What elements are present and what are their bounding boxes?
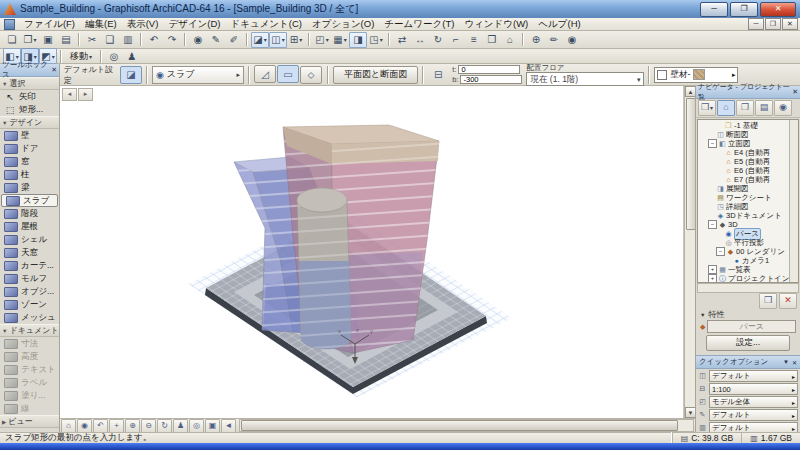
menu-item-d[interactable]: デザイン(D) bbox=[163, 18, 225, 29]
zoom-in-button[interactable]: ⊕ bbox=[125, 419, 140, 433]
menu-item-t[interactable]: チームワーク(T) bbox=[379, 18, 459, 29]
mdi-restore-button[interactable]: ❐ bbox=[765, 18, 781, 30]
pen-set-select[interactable]: デフォルト▸ bbox=[709, 409, 798, 421]
save-button[interactable]: ▣ bbox=[39, 32, 57, 48]
properties-header[interactable]: ▼ 特性 bbox=[696, 309, 800, 320]
print-button[interactable]: ▤ bbox=[57, 32, 75, 48]
toolbox-item-zone[interactable]: ゾーン bbox=[0, 298, 59, 311]
explore-button[interactable]: ♟ bbox=[173, 419, 188, 433]
menu-item-o[interactable]: オプション(O) bbox=[307, 18, 379, 29]
zoom-selection-button[interactable]: ◉ bbox=[77, 419, 92, 433]
3d-cutaway-button[interactable]: ⊕ bbox=[527, 32, 545, 48]
look-to-button[interactable]: ◎ bbox=[189, 419, 204, 433]
rendering-button[interactable]: ✏ bbox=[545, 32, 563, 48]
scroll-left-button[interactable]: ◄ bbox=[221, 419, 236, 433]
move-combo-button[interactable]: 移動▾ bbox=[65, 48, 97, 64]
toolbox-item-window[interactable]: 窓 bbox=[0, 155, 59, 168]
toolbox-item-level-dimension[interactable]: 高度 bbox=[0, 350, 59, 363]
split-button[interactable]: ≡ bbox=[465, 32, 483, 48]
rotate-button[interactable]: ↻ bbox=[429, 32, 447, 48]
horizontal-scroll-thumb[interactable] bbox=[241, 420, 678, 431]
redo-button[interactable]: ↷ bbox=[163, 32, 181, 48]
tree-horizontal-scrollbar[interactable] bbox=[697, 283, 799, 293]
tree-expander-icon[interactable]: + bbox=[708, 265, 717, 274]
menu-item-c[interactable]: ドキュメント(C) bbox=[225, 18, 307, 29]
delete-view-button[interactable]: ✕ bbox=[779, 293, 797, 309]
toolbox-item-slab[interactable]: スラブ bbox=[1, 194, 58, 207]
vertical-scrollbar[interactable]: ▲ ▼ bbox=[684, 86, 695, 418]
project-map-button[interactable]: ⌂ bbox=[717, 100, 735, 116]
toolbox-item-curtain-wall[interactable]: カーテ... bbox=[0, 259, 59, 272]
toolbox-item-roof[interactable]: 屋根 bbox=[0, 220, 59, 233]
layout-book-button[interactable]: ▤ bbox=[755, 100, 773, 116]
tree-item-[interactable]: +ⓘプロジェクトイン bbox=[698, 274, 798, 283]
tree-expander-icon[interactable]: − bbox=[716, 247, 725, 256]
toolbox-item-text[interactable]: テキスト bbox=[0, 363, 59, 376]
toolbox-close-icon[interactable]: ✕ bbox=[51, 66, 57, 74]
orbit-view-button[interactable]: ↻ bbox=[157, 419, 172, 433]
toolbox-item-skylight[interactable]: 天窓 bbox=[0, 246, 59, 259]
tree-scrollbar[interactable] bbox=[789, 120, 798, 282]
scale-select[interactable]: 1:100▸ bbox=[709, 383, 798, 395]
toolbox-item-shell[interactable]: シェル bbox=[0, 233, 59, 246]
explore-model-button[interactable]: ◎ bbox=[105, 48, 123, 64]
tree-expander-icon[interactable]: + bbox=[708, 274, 717, 283]
toolbox-section-view[interactable]: ▶ビュー bbox=[0, 415, 59, 428]
gravity-button[interactable]: ⊞▾ bbox=[287, 32, 305, 48]
toolbox-item-object[interactable]: オブジ... bbox=[0, 285, 59, 298]
guide-lines-button[interactable]: ◰▾ bbox=[313, 32, 331, 48]
open-in-new-window-button[interactable]: ❒ bbox=[759, 293, 777, 309]
pick-up-parameters-button[interactable]: ✎ bbox=[207, 32, 225, 48]
orbit-button[interactable]: ◉ bbox=[563, 32, 581, 48]
drag-button[interactable]: ↔ bbox=[411, 32, 429, 48]
layer-combination-select[interactable]: デフォルト▸ bbox=[709, 370, 798, 382]
fit-in-window-button[interactable]: ⌂ bbox=[61, 419, 76, 433]
toolbox-section-design[interactable]: ▼デザイン bbox=[0, 116, 59, 129]
trim-button[interactable]: ⌐ bbox=[447, 32, 465, 48]
surface-material-combo[interactable]: 壁材- ▸ bbox=[654, 67, 738, 83]
home-story-combo[interactable]: 現在 (1. 1階) ▾ bbox=[526, 72, 644, 86]
toolbox-item-mesh[interactable]: メッシュ bbox=[0, 311, 59, 324]
close-button[interactable]: ✕ bbox=[760, 2, 796, 17]
menu-item-v[interactable]: 表示(V) bbox=[122, 18, 164, 29]
toolbox-item-fill[interactable]: 塗り... bbox=[0, 389, 59, 402]
toolbox-item-column[interactable]: 柱 bbox=[0, 168, 59, 181]
horizontal-scrollbar[interactable] bbox=[239, 419, 694, 432]
plan-and-section-button[interactable]: 平面図と断面図 bbox=[333, 66, 418, 84]
magic-wand-button[interactable]: ◫▾ bbox=[269, 32, 287, 48]
nav-forward-button[interactable]: ▸ bbox=[78, 88, 93, 101]
find-select-button[interactable]: ◉ bbox=[189, 32, 207, 48]
toolbox-section-document[interactable]: ▼ドキュメント bbox=[0, 324, 59, 337]
top-offset-field[interactable] bbox=[458, 65, 520, 74]
view-map-button[interactable]: ❐ bbox=[736, 100, 754, 116]
toolbox-item-arrow[interactable]: ↖矢印 bbox=[0, 90, 59, 103]
view-settings-button[interactable]: ▣ bbox=[205, 419, 220, 433]
geometry-rectangle-button[interactable]: ▭ bbox=[277, 65, 299, 83]
bottom-offset-field[interactable] bbox=[460, 75, 522, 84]
trace-reference-button[interactable]: ◳▾ bbox=[367, 32, 385, 48]
mdi-minimize-button[interactable]: ─ bbox=[748, 18, 764, 30]
toolbox-item-label[interactable]: ラベル bbox=[0, 376, 59, 389]
menu-item-h[interactable]: ヘルプ(H) bbox=[533, 18, 585, 29]
mirror-button[interactable]: ⇄ bbox=[393, 32, 411, 48]
windows-taskbar-edge[interactable] bbox=[0, 443, 800, 450]
fit-to-roof-button[interactable]: ⌂ bbox=[501, 32, 519, 48]
toolbox-item-morph[interactable]: モルフ bbox=[0, 272, 59, 285]
nav-back-button[interactable]: ◂ bbox=[62, 88, 77, 101]
toolbox-item-wall[interactable]: 壁 bbox=[0, 129, 59, 142]
suspend-groups-button[interactable]: ◪▾ bbox=[251, 32, 269, 48]
open-button[interactable]: ❐▾ bbox=[21, 32, 39, 48]
menu-item-w[interactable]: ウィンドウ(W) bbox=[459, 18, 533, 29]
navigator-close-icon[interactable]: ✕ bbox=[792, 88, 798, 96]
structure-display-select[interactable]: モデル全体▸ bbox=[709, 396, 798, 408]
adjust-button[interactable]: ❒ bbox=[483, 32, 501, 48]
settings-button[interactable]: 設定... bbox=[706, 335, 790, 351]
snap-grid-button[interactable]: ▦▾ bbox=[331, 32, 349, 48]
inject-parameters-button[interactable]: ✐ bbox=[225, 32, 243, 48]
minimize-button[interactable]: ─ bbox=[700, 2, 728, 17]
quick-collapse-icon[interactable]: ▼ bbox=[783, 359, 789, 366]
menu-item-f[interactable]: ファイル(F) bbox=[19, 18, 80, 29]
tree-expander-icon[interactable]: − bbox=[708, 139, 717, 148]
geometry-rotated-rectangle-button[interactable]: ⬦ bbox=[300, 66, 322, 84]
project-chooser-button[interactable]: ❒▾ bbox=[698, 100, 716, 116]
